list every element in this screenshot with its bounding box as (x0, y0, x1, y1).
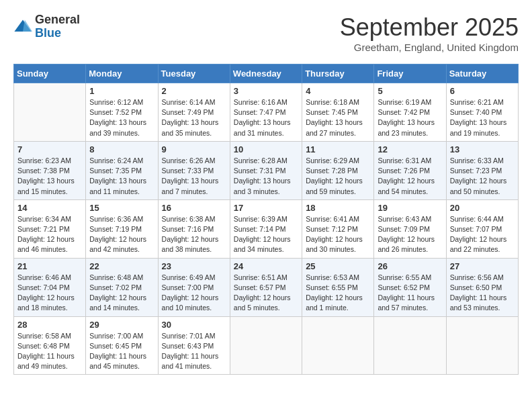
calendar-cell: 22Sunrise: 6:48 AM Sunset: 7:02 PM Dayli… (86, 258, 158, 316)
cell-info: Sunrise: 6:36 AM Sunset: 7:19 PM Dayligh… (89, 214, 154, 255)
calendar-cell: 19Sunrise: 6:43 AM Sunset: 7:09 PM Dayli… (374, 199, 446, 258)
day-number: 17 (234, 203, 298, 213)
col-header-sunday: Sunday (14, 64, 86, 83)
day-number: 10 (234, 144, 298, 154)
col-header-wednesday: Wednesday (230, 64, 302, 83)
cell-info: Sunrise: 6:24 AM Sunset: 7:35 PM Dayligh… (89, 156, 154, 197)
day-number: 5 (378, 86, 442, 96)
calendar-cell: 2Sunrise: 6:14 AM Sunset: 7:49 PM Daylig… (158, 83, 230, 142)
cell-info: Sunrise: 6:12 AM Sunset: 7:52 PM Dayligh… (89, 97, 154, 138)
calendar-cell: 27Sunrise: 6:56 AM Sunset: 6:50 PM Dayli… (446, 258, 518, 316)
cell-info: Sunrise: 6:43 AM Sunset: 7:09 PM Dayligh… (378, 214, 442, 255)
cell-info: Sunrise: 6:39 AM Sunset: 7:14 PM Dayligh… (234, 214, 298, 255)
calendar-cell: 28Sunrise: 6:58 AM Sunset: 6:48 PM Dayli… (14, 316, 86, 375)
day-number: 6 (450, 86, 515, 96)
calendar-cell: 12Sunrise: 6:31 AM Sunset: 7:26 PM Dayli… (374, 141, 446, 199)
day-number: 11 (306, 144, 370, 154)
svg-marker-1 (23, 19, 32, 32)
cell-info: Sunrise: 7:01 AM Sunset: 6:43 PM Dayligh… (162, 331, 226, 372)
calendar-cell: 30Sunrise: 7:01 AM Sunset: 6:43 PM Dayli… (158, 316, 230, 375)
cell-info: Sunrise: 6:31 AM Sunset: 7:26 PM Dayligh… (378, 156, 442, 197)
calendar-cell (230, 316, 302, 375)
calendar-cell: 25Sunrise: 6:53 AM Sunset: 6:55 PM Dayli… (302, 258, 374, 316)
calendar-cell (302, 316, 374, 375)
day-number: 15 (89, 203, 154, 213)
cell-info: Sunrise: 6:28 AM Sunset: 7:31 PM Dayligh… (234, 156, 298, 197)
day-number: 2 (162, 86, 226, 96)
cell-info: Sunrise: 7:00 AM Sunset: 6:45 PM Dayligh… (89, 331, 154, 372)
day-number: 1 (89, 86, 154, 96)
calendar-cell: 29Sunrise: 7:00 AM Sunset: 6:45 PM Dayli… (86, 316, 158, 375)
calendar-cell: 18Sunrise: 6:41 AM Sunset: 7:12 PM Dayli… (302, 199, 374, 258)
calendar-cell: 6Sunrise: 6:21 AM Sunset: 7:40 PM Daylig… (446, 83, 518, 142)
month-title: September 2025 (340, 13, 519, 42)
day-number: 30 (162, 320, 226, 330)
day-number: 27 (450, 261, 515, 271)
calendar-cell: 13Sunrise: 6:33 AM Sunset: 7:23 PM Dayli… (446, 141, 518, 199)
day-number: 7 (17, 144, 82, 154)
day-number: 3 (234, 86, 298, 96)
day-number: 16 (162, 203, 226, 213)
calendar-cell (374, 316, 446, 375)
cell-info: Sunrise: 6:18 AM Sunset: 7:45 PM Dayligh… (306, 97, 370, 138)
cell-info: Sunrise: 6:46 AM Sunset: 7:04 PM Dayligh… (17, 273, 82, 314)
calendar-table: SundayMondayTuesdayWednesdayThursdayFrid… (13, 64, 519, 375)
calendar-cell: 3Sunrise: 6:16 AM Sunset: 7:47 PM Daylig… (230, 83, 302, 142)
day-number: 21 (17, 261, 82, 271)
week-row-5: 28Sunrise: 6:58 AM Sunset: 6:48 PM Dayli… (14, 316, 519, 375)
cell-info: Sunrise: 6:33 AM Sunset: 7:23 PM Dayligh… (450, 156, 515, 197)
calendar-cell: 17Sunrise: 6:39 AM Sunset: 7:14 PM Dayli… (230, 199, 302, 258)
day-number: 14 (17, 203, 82, 213)
calendar-cell: 1Sunrise: 6:12 AM Sunset: 7:52 PM Daylig… (86, 83, 158, 142)
day-number: 19 (378, 203, 442, 213)
logo: General Blue (13, 13, 80, 40)
calendar-cell: 8Sunrise: 6:24 AM Sunset: 7:35 PM Daylig… (86, 141, 158, 199)
calendar-cell: 16Sunrise: 6:38 AM Sunset: 7:16 PM Dayli… (158, 199, 230, 258)
cell-info: Sunrise: 6:34 AM Sunset: 7:21 PM Dayligh… (17, 214, 82, 255)
calendar-cell: 15Sunrise: 6:36 AM Sunset: 7:19 PM Dayli… (86, 199, 158, 258)
cell-info: Sunrise: 6:55 AM Sunset: 6:52 PM Dayligh… (378, 273, 442, 314)
col-header-monday: Monday (86, 64, 158, 83)
day-number: 22 (89, 261, 154, 271)
day-number: 23 (162, 261, 226, 271)
col-header-tuesday: Tuesday (158, 64, 230, 83)
calendar-cell: 26Sunrise: 6:55 AM Sunset: 6:52 PM Dayli… (374, 258, 446, 316)
day-number: 18 (306, 203, 370, 213)
col-header-saturday: Saturday (446, 64, 518, 83)
cell-info: Sunrise: 6:53 AM Sunset: 6:55 PM Dayligh… (306, 273, 370, 314)
cell-info: Sunrise: 6:19 AM Sunset: 7:42 PM Dayligh… (378, 97, 442, 138)
calendar-cell: 20Sunrise: 6:44 AM Sunset: 7:07 PM Dayli… (446, 199, 518, 258)
day-number: 9 (162, 144, 226, 154)
day-number: 20 (450, 203, 515, 213)
cell-info: Sunrise: 6:38 AM Sunset: 7:16 PM Dayligh… (162, 214, 226, 255)
cell-info: Sunrise: 6:16 AM Sunset: 7:47 PM Dayligh… (234, 97, 298, 138)
cell-info: Sunrise: 6:49 AM Sunset: 7:00 PM Dayligh… (162, 273, 226, 314)
calendar-cell: 14Sunrise: 6:34 AM Sunset: 7:21 PM Dayli… (14, 199, 86, 258)
cell-info: Sunrise: 6:41 AM Sunset: 7:12 PM Dayligh… (306, 214, 370, 255)
day-number: 29 (89, 320, 154, 330)
day-number: 12 (378, 144, 442, 154)
week-row-4: 21Sunrise: 6:46 AM Sunset: 7:04 PM Dayli… (14, 258, 519, 316)
location-subtitle: Greetham, England, United Kingdom (340, 42, 519, 53)
title-block: September 2025 Greetham, England, United… (340, 13, 519, 53)
header-row: SundayMondayTuesdayWednesdayThursdayFrid… (14, 64, 519, 83)
cell-info: Sunrise: 6:48 AM Sunset: 7:02 PM Dayligh… (89, 273, 154, 314)
cell-info: Sunrise: 6:51 AM Sunset: 6:57 PM Dayligh… (234, 273, 298, 314)
cell-info: Sunrise: 6:56 AM Sunset: 6:50 PM Dayligh… (450, 273, 515, 314)
day-number: 26 (378, 261, 442, 271)
day-number: 4 (306, 86, 370, 96)
calendar-cell: 7Sunrise: 6:23 AM Sunset: 7:38 PM Daylig… (14, 141, 86, 199)
calendar-cell (446, 316, 518, 375)
calendar-cell: 21Sunrise: 6:46 AM Sunset: 7:04 PM Dayli… (14, 258, 86, 316)
calendar-cell: 23Sunrise: 6:49 AM Sunset: 7:00 PM Dayli… (158, 258, 230, 316)
calendar-cell: 5Sunrise: 6:19 AM Sunset: 7:42 PM Daylig… (374, 83, 446, 142)
day-number: 8 (89, 144, 154, 154)
calendar-cell (14, 83, 86, 142)
cell-info: Sunrise: 6:44 AM Sunset: 7:07 PM Dayligh… (450, 214, 515, 255)
week-row-2: 7Sunrise: 6:23 AM Sunset: 7:38 PM Daylig… (14, 141, 519, 199)
cell-info: Sunrise: 6:23 AM Sunset: 7:38 PM Dayligh… (17, 156, 82, 197)
week-row-3: 14Sunrise: 6:34 AM Sunset: 7:21 PM Dayli… (14, 199, 519, 258)
day-number: 24 (234, 261, 298, 271)
calendar-cell: 4Sunrise: 6:18 AM Sunset: 7:45 PM Daylig… (302, 83, 374, 142)
calendar-cell: 10Sunrise: 6:28 AM Sunset: 7:31 PM Dayli… (230, 141, 302, 199)
